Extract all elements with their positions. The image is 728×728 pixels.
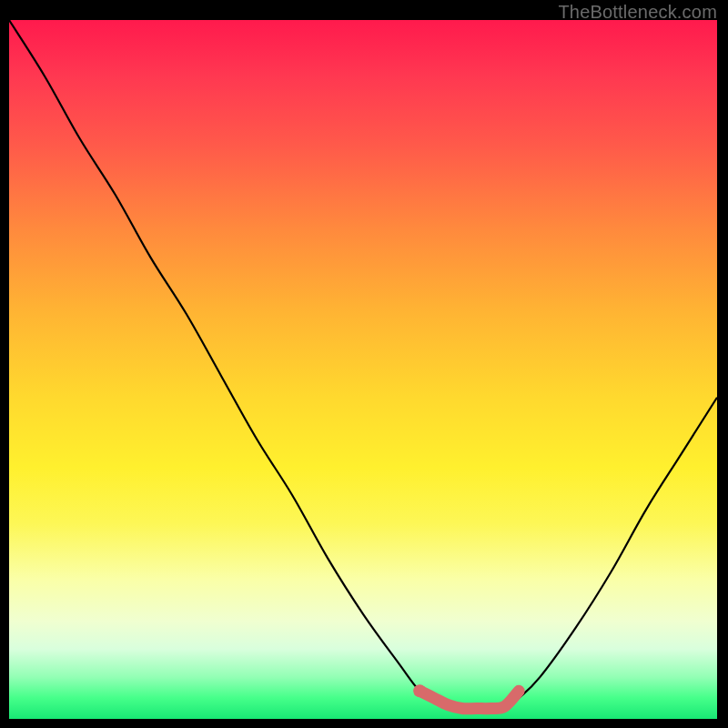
bottleneck-chart bbox=[9, 20, 717, 719]
optimal-band-marker bbox=[420, 691, 519, 709]
chart-frame bbox=[9, 20, 717, 719]
bottleneck-curve-line bbox=[9, 20, 717, 709]
optimal-start-dot bbox=[413, 684, 426, 697]
